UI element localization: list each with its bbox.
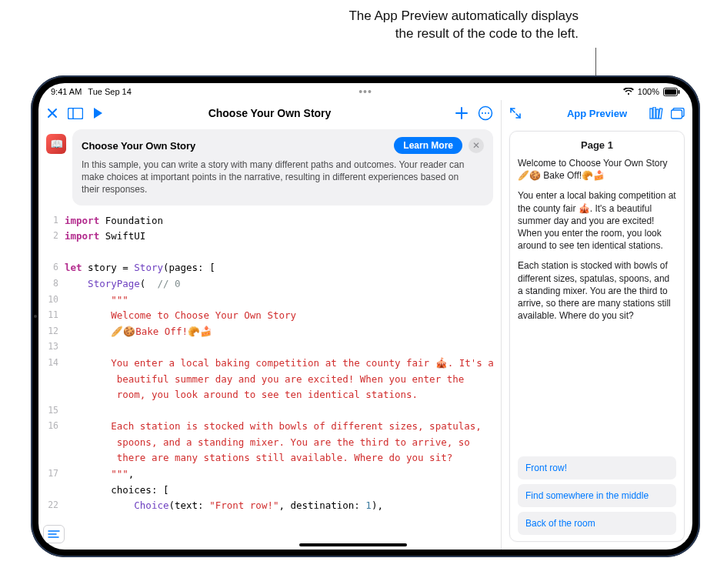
svg-rect-14 [656, 109, 659, 119]
line-number [38, 435, 58, 451]
line-number: 13 [38, 339, 58, 356]
battery-icon [663, 88, 680, 96]
code-line[interactable]: there are many stations still available.… [65, 450, 501, 466]
preview-card: Page 1 Welcome to Choose Your Own Story … [509, 131, 685, 542]
choice-list: Front row!Find somewhere in the middleBa… [518, 456, 676, 535]
svg-rect-12 [650, 109, 652, 119]
app-icon: 📖 [46, 134, 66, 154]
expand-icon[interactable] [509, 107, 522, 119]
code-line[interactable]: StoryPage( // 0 [65, 276, 501, 292]
choice-button[interactable]: Find somewhere in the middle [518, 484, 676, 507]
banner-description: In this sample, you can write a story wi… [82, 159, 484, 196]
code-line[interactable] [65, 403, 501, 419]
line-number: 8 [38, 276, 58, 292]
wifi-icon [623, 88, 634, 95]
code-line[interactable]: Each station is stocked with bowls of di… [65, 419, 501, 435]
main-content: Choose Your Own Story 📖 Choose Your Own … [38, 100, 692, 550]
editor-column: Choose Your Own Story 📖 Choose Your Own … [38, 100, 502, 550]
svg-point-6 [482, 112, 483, 114]
code-line[interactable]: Choice(text: "Front row!", destination: … [65, 498, 501, 514]
code-line[interactable]: room, you look around to see ten identic… [65, 387, 501, 403]
code-line[interactable] [65, 339, 501, 356]
info-banner: 📖 Choose Your Own Story Learn More ✕ In … [72, 129, 493, 205]
choice-button[interactable]: Back of the room [518, 512, 676, 535]
svg-rect-13 [653, 107, 655, 119]
line-number [38, 387, 58, 403]
annotation-line1: The App Preview automatically displays [348, 8, 579, 25]
line-number: 10 [38, 292, 58, 309]
code-source[interactable]: import Foundationimport SwiftUIlet story… [65, 210, 501, 550]
code-line[interactable] [65, 245, 501, 261]
svg-point-7 [485, 112, 486, 114]
banner-title: Choose Your Own Story [82, 140, 195, 152]
format-button[interactable] [43, 525, 65, 543]
code-line[interactable]: choices: [ [65, 483, 501, 499]
add-icon[interactable] [455, 106, 469, 120]
annotation-text: The App Preview automatically displays t… [348, 8, 579, 43]
line-number: 14 [38, 356, 58, 372]
line-number: 2 [38, 229, 58, 245]
svg-rect-15 [659, 109, 662, 119]
preview-body: Page 1 Welcome to Choose Your Own Story … [502, 126, 692, 550]
code-line[interactable]: import SwiftUI [65, 229, 501, 245]
preview-column: App Preview Page 1 Welcome to Choose You… [502, 100, 692, 550]
line-number [38, 245, 58, 261]
line-number: 15 [38, 403, 58, 419]
learn-more-button[interactable]: Learn More [394, 137, 462, 154]
status-time: 9:41 AM [51, 87, 82, 96]
more-icon[interactable] [478, 105, 493, 121]
status-bar: 9:41 AM Tue Sep 14 ••• 100% [38, 83, 692, 100]
code-line[interactable]: let story = Story(pages: [ [65, 260, 501, 276]
code-line[interactable]: You enter a local baking competition at … [65, 356, 501, 372]
line-number: 12 [38, 324, 58, 340]
line-number [38, 450, 58, 466]
code-editor[interactable]: 1268101112131415161722 import Foundation… [38, 210, 501, 550]
line-number [38, 372, 58, 388]
line-number: 16 [38, 419, 58, 435]
code-line[interactable]: """, [65, 466, 501, 483]
editor-toolbar: Choose Your Own Story [38, 100, 501, 126]
line-number [38, 483, 58, 499]
preview-toolbar: App Preview [502, 100, 692, 126]
preview-paragraph: Each station is stocked with bowls of di… [518, 259, 676, 322]
battery-percent: 100% [638, 87, 659, 96]
windows-icon[interactable] [671, 107, 685, 119]
line-number: 6 [38, 260, 58, 276]
ipad-frame: 9:41 AM Tue Sep 14 ••• 100% [31, 75, 700, 557]
svg-rect-1 [665, 89, 676, 95]
line-number: 17 [38, 466, 58, 483]
multitask-dots-icon[interactable]: ••• [358, 85, 372, 98]
close-icon[interactable] [46, 107, 58, 119]
library-icon[interactable] [649, 107, 663, 119]
annotation-line2: the result of the code to the left. [348, 25, 579, 43]
preview-paragraph: Welcome to Choose Your Own Story 🥖🍪 Bake… [518, 157, 676, 182]
choice-button[interactable]: Front row! [518, 456, 676, 479]
svg-rect-17 [672, 110, 682, 119]
document-title: Choose Your Own Story [38, 107, 501, 119]
code-line[interactable]: Welcome to Choose Your Own Story [65, 308, 501, 324]
code-line[interactable]: beautiful summer day and you are excited… [65, 372, 501, 388]
code-line[interactable]: 🥖🍪Bake Off!🥐🍰 [65, 324, 501, 340]
preview-paragraph: You enter a local baking competition at … [518, 189, 676, 252]
home-indicator[interactable] [299, 543, 407, 546]
screen: 9:41 AM Tue Sep 14 ••• 100% [38, 83, 692, 550]
line-number: 22 [38, 498, 58, 514]
status-date: Tue Sep 14 [88, 87, 131, 96]
sidebar-icon[interactable] [68, 108, 83, 119]
preview-text: Welcome to Choose Your Own Story 🥖🍪 Bake… [518, 157, 676, 329]
code-line[interactable]: import Foundation [65, 213, 501, 229]
code-line[interactable]: spoons, and a standing mixer. You are th… [65, 435, 501, 451]
line-gutter: 1268101112131415161722 [38, 210, 65, 550]
banner-close-icon[interactable]: ✕ [469, 138, 484, 153]
svg-rect-2 [679, 90, 680, 94]
svg-rect-3 [68, 108, 83, 119]
preview-page-title: Page 1 [518, 139, 676, 151]
line-number: 1 [38, 213, 58, 229]
svg-point-8 [488, 112, 489, 114]
line-number: 11 [38, 308, 58, 324]
play-icon[interactable] [92, 107, 103, 119]
code-line[interactable]: """ [65, 292, 501, 309]
